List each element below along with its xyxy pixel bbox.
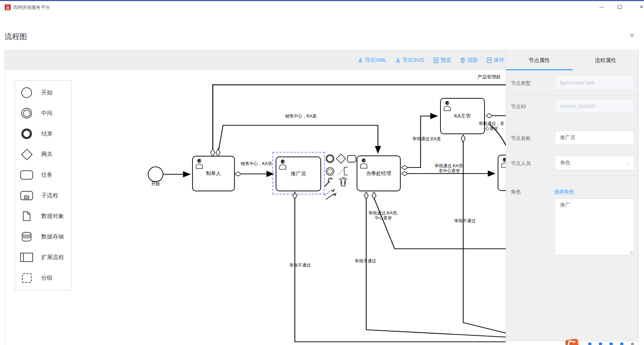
edge-label[interactable]: 审批不通过 bbox=[454, 218, 476, 223]
edge-label[interactable]: 审批不通过 bbox=[355, 258, 376, 263]
close-window-button[interactable]: ✕ bbox=[634, 1, 644, 13]
data-store-icon bbox=[21, 232, 32, 242]
conditional-marker bbox=[235, 172, 241, 176]
edge-maker-to-office-manager[interactable] bbox=[218, 125, 378, 153]
palette-item-data-store[interactable]: 数据存储 bbox=[15, 226, 71, 247]
preview-button[interactable]: 预览 bbox=[433, 57, 451, 64]
task-node-office-manager[interactable]: 办事处经理 bbox=[357, 155, 401, 191]
node-name-input[interactable] bbox=[555, 131, 634, 145]
data-object-icon bbox=[23, 211, 31, 221]
conditional-marker bbox=[401, 165, 408, 170]
edge-label[interactable]: 审批通过,KA是 bbox=[412, 136, 440, 141]
contextpad-connect-dashed-icon bbox=[332, 189, 335, 192]
node-type-input[interactable] bbox=[555, 76, 634, 90]
edge-office-manager-to-ka[interactable] bbox=[405, 116, 437, 168]
active-tab-indicator bbox=[506, 69, 573, 70]
task-icon bbox=[20, 170, 33, 180]
contextpad-connect-icon bbox=[334, 193, 336, 196]
divider bbox=[506, 95, 639, 95]
role-textarea[interactable] bbox=[555, 198, 634, 255]
properties-panel: 节点属性 流程属性 节点类型 节点ID 节点名称 节点人员 角色 角色 选择角色 bbox=[506, 50, 639, 341]
edge-label[interactable]: 审批通过,KA否, 非中心直管 bbox=[435, 163, 464, 174]
tab-process-properties[interactable]: 流程属性 bbox=[573, 50, 639, 70]
flow-editor-container: 导出XML 导出SVG 预览 清除 保存 开始 中间 结束 bbox=[4, 50, 639, 345]
task-node-ka-supervisor[interactable]: KA主管 bbox=[440, 98, 485, 134]
minimize-button[interactable]: — bbox=[594, 1, 610, 13]
divider bbox=[506, 124, 639, 124]
edge-label[interactable]: 审批通过,KA否, 中心直管 bbox=[369, 210, 398, 221]
clear-button[interactable]: 清除 bbox=[460, 57, 478, 64]
user-task-icon bbox=[360, 158, 369, 170]
palette-item-end[interactable]: 结束 bbox=[15, 124, 71, 144]
footer-icon[interactable] bbox=[588, 343, 591, 345]
contextpad-annotation-icon[interactable] bbox=[344, 167, 348, 175]
end-event-icon bbox=[21, 128, 32, 139]
intermediate-event-icon bbox=[21, 108, 32, 119]
palette-item-data-object[interactable]: 数据对象 bbox=[15, 206, 71, 226]
palette-item-subprocess[interactable]: 子流程 bbox=[15, 185, 71, 206]
editor-toolbar: 导出XML 导出SVG 预览 清除 保存 bbox=[5, 50, 506, 70]
textarea-resize-handle[interactable] bbox=[630, 251, 634, 254]
node-person-select[interactable]: 角色 bbox=[555, 156, 634, 170]
palette-item-intermediate[interactable]: 中间 bbox=[15, 103, 71, 124]
footer-icon[interactable] bbox=[631, 343, 634, 345]
start-event-node[interactable] bbox=[148, 166, 163, 182]
divider bbox=[506, 150, 639, 150]
footer-icon[interactable] bbox=[620, 343, 623, 345]
lane-label: 产品管理处 bbox=[478, 74, 501, 80]
trash-icon bbox=[460, 58, 465, 63]
save-doc-icon bbox=[487, 58, 492, 63]
footer-icon[interactable] bbox=[610, 343, 613, 345]
node-person-label: 节点人员 bbox=[511, 160, 531, 167]
tab-node-properties[interactable]: 节点属性 bbox=[506, 50, 573, 70]
shape-palette: 开始 中间 结束 网关 任务 子流程 数据对象 数据存储 扩展流程 分组 bbox=[15, 80, 71, 290]
dialog-close-icon[interactable]: × bbox=[627, 30, 637, 41]
contextpad-task-icon[interactable] bbox=[347, 155, 356, 162]
edge-label[interactable]: 审批通过，非 心直管 bbox=[479, 121, 504, 131]
panel-tabbar: 节点属性 流程属性 bbox=[506, 50, 639, 70]
task-label: 制单人 bbox=[206, 170, 221, 177]
palette-item-expanded-process[interactable]: 扩展流程 bbox=[15, 247, 71, 268]
conditional-marker bbox=[401, 171, 408, 176]
palette-item-start[interactable]: 开始 bbox=[15, 82, 71, 103]
contextpad-connect-icon[interactable] bbox=[326, 193, 335, 199]
task-node-promoter-selected[interactable]: 推广员 bbox=[276, 157, 321, 191]
maximize-button[interactable] bbox=[612, 1, 627, 13]
footer-bar bbox=[506, 341, 639, 345]
node-type-label: 节点类型 bbox=[511, 80, 531, 87]
contextpad-trash-icon[interactable] bbox=[339, 177, 347, 186]
save-button[interactable]: 保存 bbox=[487, 57, 504, 64]
select-role-link[interactable]: 选择角色 bbox=[554, 189, 574, 195]
contextpad-connect-dashed-icon[interactable] bbox=[325, 190, 333, 195]
user-task-icon bbox=[279, 159, 288, 171]
preview-doc-icon bbox=[433, 58, 439, 63]
start-event-label: 开始 bbox=[148, 181, 163, 187]
user-task-icon bbox=[443, 100, 453, 112]
page-header: 流程图 × bbox=[0, 12, 644, 38]
edge-label[interactable]: 销售中心，KA否 bbox=[241, 161, 272, 166]
task-node-maker[interactable]: 制单人 bbox=[192, 156, 235, 191]
subprocess-icon bbox=[20, 191, 33, 200]
download-icon bbox=[358, 58, 363, 63]
node-id-input[interactable] bbox=[555, 99, 634, 113]
conditional-marker bbox=[364, 192, 368, 199]
palette-item-gateway[interactable]: 网关 bbox=[15, 144, 71, 165]
window-title: 四特营销服务平台 bbox=[13, 4, 50, 11]
node-id-label: 节点ID bbox=[511, 104, 526, 110]
task-label: KA主管 bbox=[454, 113, 471, 119]
window-titlebar: 四特营销服务平台 — ✕ bbox=[0, 0, 644, 12]
chevron-down-icon bbox=[626, 160, 631, 165]
expanded-process-icon bbox=[20, 253, 33, 262]
palette-item-task[interactable]: 任务 bbox=[15, 165, 71, 185]
role-label: 角色 bbox=[511, 189, 521, 195]
palette-item-group[interactable]: 分组 bbox=[15, 268, 71, 288]
footer-icon[interactable] bbox=[599, 343, 602, 345]
contextpad-gateway-icon[interactable] bbox=[336, 154, 346, 163]
export-xml-button[interactable]: 导出XML bbox=[358, 57, 386, 64]
contextpad-annotation-icon bbox=[338, 169, 343, 175]
edge-label[interactable]: 审批不通过 bbox=[289, 263, 311, 268]
contextpad-end-event-icon[interactable] bbox=[326, 155, 334, 162]
edge-label[interactable]: 销售中心，KA是 bbox=[285, 114, 316, 119]
conditional-marker bbox=[216, 149, 220, 157]
export-svg-button[interactable]: 导出SVG bbox=[395, 57, 424, 64]
